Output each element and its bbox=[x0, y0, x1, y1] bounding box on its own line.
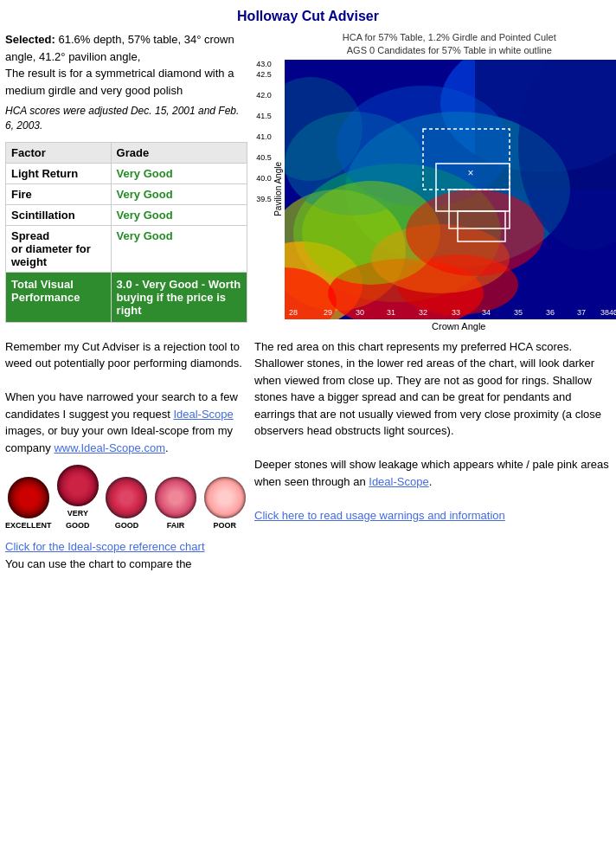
chart-title: HCA for 57% Table, 1.2% Girdle and Point… bbox=[254, 31, 616, 58]
svg-text:38: 38 bbox=[600, 308, 609, 317]
description-section: Remember my Cut Adviser is a rejection t… bbox=[0, 331, 616, 556]
scope-label-poor: POOR bbox=[202, 520, 247, 532]
y-tick: 41.0 bbox=[256, 132, 272, 141]
svg-point-15 bbox=[406, 190, 544, 276]
result-text: The result is for a symmetrical diamond … bbox=[5, 67, 234, 97]
selected-label: Selected: bbox=[5, 33, 55, 46]
y-axis-label: Pavilion Angle bbox=[273, 162, 283, 216]
left-panel: Selected: 61.6% depth, 57% table, 34° cr… bbox=[5, 31, 247, 331]
factor-name: Light Return bbox=[6, 163, 112, 183]
table-row: Light Return Very Good bbox=[6, 163, 247, 183]
svg-text:36: 36 bbox=[546, 308, 555, 317]
total-performance-row: Total Visual Performance 3.0 - Very Good… bbox=[6, 272, 247, 322]
page-title: Holloway Cut Adviser bbox=[0, 0, 616, 31]
scope-label-excellent: EXCELLENT bbox=[5, 520, 52, 532]
y-tick: 39.5 bbox=[256, 195, 272, 203]
ref-chart-link[interactable]: Click for the Ideal-scope reference char… bbox=[5, 538, 247, 556]
y-tick: 40.0 bbox=[256, 174, 272, 183]
x-axis-label: Crown Angle bbox=[432, 321, 485, 331]
y-tick: 43.0 bbox=[256, 60, 272, 68]
scope-label-fair: FAIR bbox=[153, 520, 199, 532]
grade-value: Very Good bbox=[111, 163, 247, 183]
ideal-scope-link[interactable]: Ideal-Scope bbox=[173, 408, 233, 421]
desc-right-p1: The red area on this chart represents my… bbox=[254, 338, 611, 356]
table-row: Fire Very Good bbox=[6, 183, 247, 204]
ideal-scope-images: EXCELLENT VERY GOOD GOOD FAIR POOR bbox=[5, 465, 247, 531]
desc-left-p2: When you have narrowed your search to a … bbox=[5, 389, 247, 456]
factor-name: Spreador diameter forweight bbox=[6, 225, 112, 272]
svg-text:33: 33 bbox=[452, 308, 460, 317]
scope-fair: FAIR bbox=[153, 477, 199, 532]
scope-circle-poor bbox=[204, 477, 246, 518]
chart-title-line2: AGS 0 Candidates for 57% Table in white … bbox=[347, 45, 552, 55]
selected-info: Selected: 61.6% depth, 57% table, 34° cr… bbox=[5, 31, 247, 99]
factors-table: Factor Grade Light Return Very Good Fire… bbox=[5, 142, 247, 323]
svg-text:32: 32 bbox=[419, 308, 427, 317]
svg-text:37: 37 bbox=[577, 308, 586, 317]
svg-text:28: 28 bbox=[289, 308, 298, 317]
ideal-scope-link-2[interactable]: Ideal-Scope bbox=[369, 475, 428, 488]
scope-label-good: GOOD bbox=[104, 520, 150, 532]
bottom-text: You can use the chart to compare the bbox=[0, 556, 616, 574]
total-factor: Total Visual Performance bbox=[6, 272, 112, 322]
right-panel: HCA for 57% Table, 1.2% Girdle and Point… bbox=[254, 31, 616, 331]
svg-text:30: 30 bbox=[356, 308, 364, 317]
scope-circle-good bbox=[106, 477, 147, 518]
col-header-grade: Grade bbox=[111, 142, 247, 163]
y-tick: 42.0 bbox=[256, 91, 272, 100]
total-grade: 3.0 - Very Good - Worth buying if the pr… bbox=[111, 272, 247, 322]
y-tick: 40.5 bbox=[256, 153, 272, 162]
hca-chart: × 28 29 30 31 32 33 34 35 36 37 bbox=[285, 60, 616, 319]
chart-title-line1: HCA for 57% Table, 1.2% Girdle and Point… bbox=[343, 32, 556, 42]
grade-value: Very Good bbox=[111, 183, 247, 204]
scope-circle-excellent bbox=[8, 477, 49, 518]
desc-left-p1: Remember my Cut Adviser is a rejection t… bbox=[5, 338, 247, 372]
grade-value: Very Good bbox=[111, 225, 247, 272]
scope-good: GOOD bbox=[104, 477, 150, 532]
scope-circle-fair bbox=[155, 477, 196, 518]
italic-note: HCA scores were adjusted Dec. 15, 2001 a… bbox=[5, 104, 247, 133]
y-tick: 42.5 bbox=[256, 70, 272, 79]
desc-right-p3: Deeper stones will show leakage which ap… bbox=[254, 456, 611, 490]
svg-text:29: 29 bbox=[324, 308, 332, 317]
svg-text:40: 40 bbox=[609, 308, 616, 317]
svg-text:×: × bbox=[467, 167, 473, 179]
svg-text:34: 34 bbox=[482, 308, 491, 317]
scope-label-very-good: VERY GOOD bbox=[55, 508, 101, 531]
hca-chart-wrapper: 43.0 42.5 42.0 41.5 41.0 40.5 40.0 39.5 … bbox=[254, 60, 616, 331]
scope-poor: POOR bbox=[202, 477, 247, 532]
scope-excellent: EXCELLENT bbox=[5, 477, 52, 532]
svg-text:31: 31 bbox=[387, 308, 395, 317]
desc-right: The red area on this chart represents my… bbox=[254, 338, 611, 556]
svg-text:35: 35 bbox=[514, 308, 523, 317]
factor-name: Scintillation bbox=[6, 204, 112, 225]
grade-value: Very Good bbox=[111, 204, 247, 225]
y-tick: 41.5 bbox=[256, 112, 272, 120]
usage-warnings-link[interactable]: Click here to read usage warnings and in… bbox=[254, 509, 505, 522]
scope-very-good: VERY GOOD bbox=[55, 465, 101, 531]
table-row: Spreador diameter forweight Very Good bbox=[6, 225, 247, 272]
scope-circle-very-good bbox=[57, 465, 99, 506]
col-header-factor: Factor bbox=[6, 142, 112, 163]
factor-name: Fire bbox=[6, 183, 112, 204]
desc-right-p2: Shallower stones, in the lower red areas… bbox=[254, 355, 611, 440]
desc-left: Remember my Cut Adviser is a rejection t… bbox=[5, 338, 247, 556]
table-row: Scintillation Very Good bbox=[6, 204, 247, 225]
website-link[interactable]: www.Ideal-Scope.com bbox=[54, 441, 165, 454]
